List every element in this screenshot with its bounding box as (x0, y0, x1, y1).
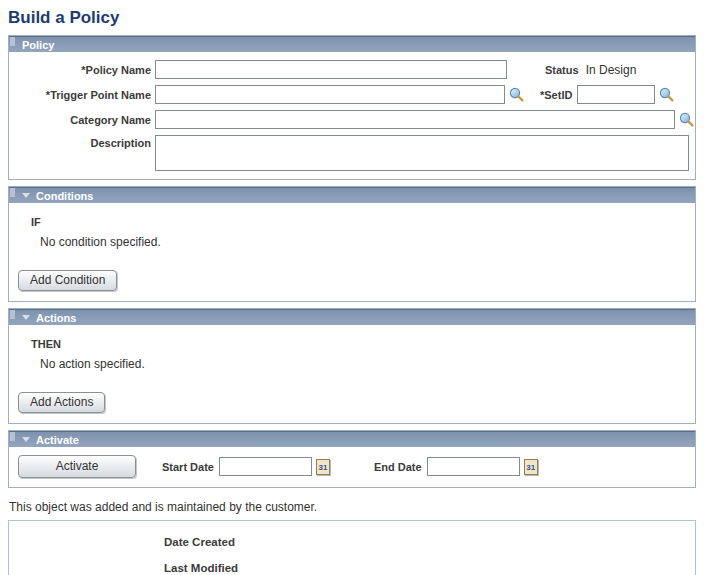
actions-empty-text: No action specified. (40, 357, 695, 371)
conditions-body: IF No condition specified. Add Condition (9, 203, 695, 301)
policy-groupbox: Policy *Policy Name Status In Design *Tr… (8, 35, 696, 180)
page-title: Build a Policy (8, 8, 696, 28)
policy-header-bar: Policy (9, 36, 695, 52)
end-date-label: End Date (374, 461, 422, 473)
conditions-keyword: IF (31, 216, 695, 228)
collapse-arrow-icon[interactable] (22, 437, 30, 442)
start-date-calendar-icon[interactable]: 31 (316, 459, 330, 475)
setid-lookup-icon[interactable] (658, 86, 675, 103)
activate-body: Activate Start Date 31 End Date 31 (9, 447, 695, 487)
conditions-header-bar[interactable]: Conditions (9, 187, 695, 203)
policy-name-row: *Policy Name Status In Design (9, 60, 695, 79)
actions-body: THEN No action specified. Add Actions (9, 325, 695, 423)
status-value: In Design (586, 63, 637, 77)
category-lookup-icon[interactable] (678, 111, 695, 128)
policy-name-label: *Policy Name (9, 64, 155, 76)
actions-keyword: THEN (31, 338, 695, 350)
trigger-point-row: *Trigger Point Name *SetID (9, 85, 695, 104)
actions-header-bar[interactable]: Actions (9, 309, 695, 325)
activate-button[interactable]: Activate (18, 455, 136, 478)
end-date-calendar-icon[interactable]: 31 (524, 459, 538, 475)
collapse-arrow-icon[interactable] (22, 315, 30, 320)
description-label: Description (9, 135, 155, 149)
conditions-header-label: Conditions (36, 190, 93, 202)
conditions-empty-text: No condition specified. (40, 235, 695, 249)
policy-body: *Policy Name Status In Design *Trigger P… (9, 52, 695, 179)
category-row: Category Name (9, 110, 695, 129)
conditions-groupbox: Conditions IF No condition specified. Ad… (8, 186, 696, 302)
start-date-input[interactable] (219, 457, 312, 476)
actions-groupbox: Actions THEN No action specified. Add Ac… (8, 308, 696, 424)
activate-groupbox: Activate Activate Start Date 31 End Date… (8, 430, 696, 488)
header-notch (10, 310, 15, 319)
trigger-point-label: *Trigger Point Name (9, 89, 155, 101)
description-row: Description (9, 135, 695, 171)
add-actions-button[interactable]: Add Actions (18, 392, 105, 413)
start-date-label: Start Date (162, 461, 214, 473)
setid-input[interactable] (577, 85, 655, 104)
actions-header-label: Actions (36, 312, 76, 324)
setid-label: *SetID (540, 89, 572, 101)
activate-header-bar[interactable]: Activate (9, 431, 695, 447)
activate-header-label: Activate (36, 434, 79, 446)
status-label: Status (545, 64, 579, 76)
header-notch (10, 188, 15, 197)
page: Build a Policy Policy *Policy Name Statu… (0, 0, 704, 575)
collapse-arrow-icon[interactable] (22, 193, 30, 198)
end-date-input[interactable] (427, 457, 520, 476)
last-modified-label: Last Modified (9, 562, 695, 574)
trigger-point-input[interactable] (155, 85, 505, 104)
maintained-note: This object was added and is maintained … (9, 500, 696, 514)
header-notch (10, 432, 15, 441)
policy-name-input[interactable] (155, 60, 507, 79)
policy-header-label: Policy (22, 39, 54, 51)
category-input[interactable] (155, 110, 675, 129)
add-condition-button[interactable]: Add Condition (18, 270, 117, 291)
date-created-label: Date Created (9, 536, 695, 548)
metadata-box: Date Created Last Modified (8, 520, 696, 575)
trigger-point-lookup-icon[interactable] (508, 86, 525, 103)
category-label: Category Name (9, 114, 155, 126)
header-notch (10, 37, 15, 46)
description-textarea[interactable] (155, 135, 689, 171)
